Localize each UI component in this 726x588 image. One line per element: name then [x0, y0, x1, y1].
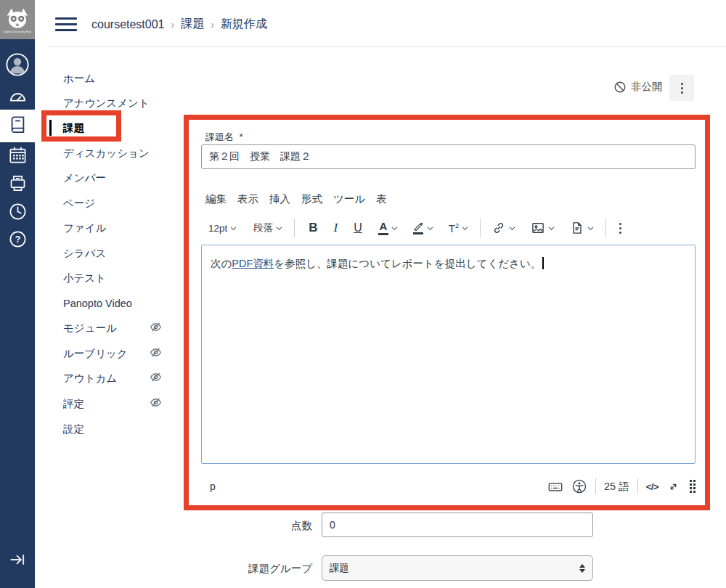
calendar-icon: [8, 145, 28, 165]
rce-menu-format[interactable]: 形式: [301, 192, 322, 206]
course-nav-assignments[interactable]: 課題: [49, 120, 173, 136]
insert-document-button[interactable]: [565, 216, 600, 240]
word-count[interactable]: 25 語: [604, 480, 629, 494]
text-color-swatch: [378, 233, 388, 235]
help-icon: ?: [8, 229, 28, 249]
canvas-lms-page: Digital University Hub: [0, 0, 726, 588]
course-nav-rubrics-label: ルーブリック: [63, 348, 128, 359]
assignment-options-kebab-button[interactable]: [669, 75, 694, 101]
toolbar-more-kebab-button[interactable]: [612, 223, 629, 234]
logo-caption: Digital University Hub: [4, 30, 31, 33]
rce-menubar: 編集 表示 挿入 形式 ツール 表: [205, 192, 387, 206]
courses-book-icon: [8, 115, 28, 134]
course-nav-pages[interactable]: ページ: [49, 195, 173, 211]
paragraph-format-value: 段落: [253, 221, 273, 234]
global-nav-rail: Digital University Hub: [0, 0, 35, 588]
rce-menu-edit[interactable]: 編集: [205, 192, 227, 206]
fullscreen-button[interactable]: [666, 480, 680, 494]
chevron-down-icon: [508, 224, 516, 232]
course-nav-modules[interactable]: モジュール: [49, 320, 173, 336]
hidden-eye-icon: [150, 396, 162, 409]
assignment-group-select[interactable]: 課題: [322, 555, 593, 581]
course-nav-home[interactable]: ホーム: [49, 70, 173, 86]
dashboard-nav-button[interactable]: [0, 87, 35, 107]
rce-editor-body[interactable]: 次のPDF資料を参照し、課題についてレポートを提出してください。: [201, 245, 696, 464]
course-nav-people[interactable]: メンバー: [49, 170, 173, 186]
course-nav-quizzes[interactable]: 小テスト: [49, 270, 173, 286]
assignment-name-input[interactable]: [201, 144, 696, 169]
unpublished-icon: [613, 81, 627, 94]
breadcrumb-assignments-link[interactable]: 課題: [181, 17, 204, 32]
element-path: p: [201, 481, 216, 492]
rce-menu-tools[interactable]: ツール: [333, 192, 365, 206]
course-nav-rubrics[interactable]: ルーブリック: [49, 346, 173, 362]
select-updown-arrows-icon: [579, 564, 585, 573]
hamburger-bar: [55, 23, 77, 25]
assignment-group-value: 課題: [330, 562, 349, 575]
assignment-name-label: 課題名 *: [205, 130, 243, 144]
breadcrumb-course-link[interactable]: coursetest001: [91, 18, 165, 31]
rce-status-bar: p 25 語 </>: [201, 473, 696, 500]
resize-drag-handle[interactable]: [690, 480, 696, 493]
hamburger-bar: [55, 17, 77, 20]
assignment-group-label: 課題グループ: [185, 562, 312, 576]
rce-menu-insert[interactable]: 挿入: [269, 192, 290, 206]
image-icon: [531, 221, 545, 235]
highlight-color-swatch: [413, 232, 423, 234]
text-color-button[interactable]: A: [373, 216, 404, 240]
highlight-color-button[interactable]: [408, 216, 439, 240]
course-nav-panopto[interactable]: Panopto Video: [49, 295, 173, 311]
hidden-eye-icon: [150, 346, 162, 359]
rce-menu-view[interactable]: 表示: [237, 192, 258, 206]
course-nav-settings[interactable]: 設定: [49, 421, 173, 437]
publish-status-label: 非公開: [631, 80, 663, 94]
course-nav-discussions[interactable]: ディスカッション: [49, 145, 173, 161]
font-size-dropdown[interactable]: 12pt: [203, 216, 242, 240]
help-nav-button[interactable]: ?: [0, 229, 35, 249]
breadcrumb-separator: ›: [211, 19, 214, 30]
collapse-rail-button[interactable]: [0, 550, 35, 569]
header-divider: [49, 46, 726, 47]
paragraph-format-dropdown[interactable]: 段落: [248, 216, 288, 240]
hamburger-menu-button[interactable]: [55, 17, 77, 32]
inbox-icon: [8, 173, 28, 193]
account-nav-button[interactable]: [0, 52, 35, 77]
text-color-glyph: A: [379, 221, 387, 232]
editor-pdf-link[interactable]: PDF資料: [232, 258, 274, 269]
html-editor-button[interactable]: </>: [646, 481, 658, 492]
course-nav-outcomes-label: アウトカム: [63, 372, 117, 384]
course-nav-syllabus[interactable]: シラバス: [49, 245, 173, 261]
toolbar-divider: [605, 219, 606, 237]
courses-nav-button[interactable]: [0, 115, 35, 134]
inbox-nav-button[interactable]: [0, 173, 35, 193]
superscript-button[interactable]: T2: [444, 216, 474, 240]
course-nav-files[interactable]: ファイル: [49, 220, 173, 236]
bold-button[interactable]: B: [303, 216, 322, 240]
breadcrumb-current-page: 新規作成: [221, 17, 267, 32]
breadcrumb-separator: ›: [171, 19, 175, 30]
keyboard-shortcuts-button[interactable]: [547, 478, 563, 494]
school-logo[interactable]: Digital University Hub: [0, 0, 35, 39]
history-nav-button[interactable]: [0, 202, 35, 221]
course-nav-modules-label: モジュール: [63, 322, 117, 334]
points-input[interactable]: [322, 513, 593, 537]
course-nav-outcomes[interactable]: アウトカム: [49, 370, 173, 386]
insert-image-button[interactable]: [526, 216, 560, 240]
course-nav-grades[interactable]: 評定: [49, 396, 173, 412]
font-size-value: 12pt: [208, 223, 227, 234]
accessibility-checker-button[interactable]: [571, 478, 587, 494]
rce-menu-table[interactable]: 表: [376, 192, 387, 206]
insert-link-button[interactable]: [486, 216, 521, 240]
required-asterisk: *: [239, 131, 242, 142]
statusbar-divider: [637, 478, 638, 494]
highlighter-pen-icon: [413, 221, 424, 231]
chevron-down-icon: [547, 224, 555, 232]
expand-arrow-icon: [666, 480, 680, 494]
italic-button[interactable]: I: [329, 216, 343, 240]
course-nav-announcements[interactable]: アナウンスメント: [49, 95, 173, 111]
user-avatar-icon: [5, 52, 30, 77]
underline-button[interactable]: U: [348, 216, 367, 240]
superscript-glyph: T: [449, 222, 455, 234]
dashboard-gauge-icon: [8, 87, 28, 107]
calendar-nav-button[interactable]: [0, 145, 35, 165]
